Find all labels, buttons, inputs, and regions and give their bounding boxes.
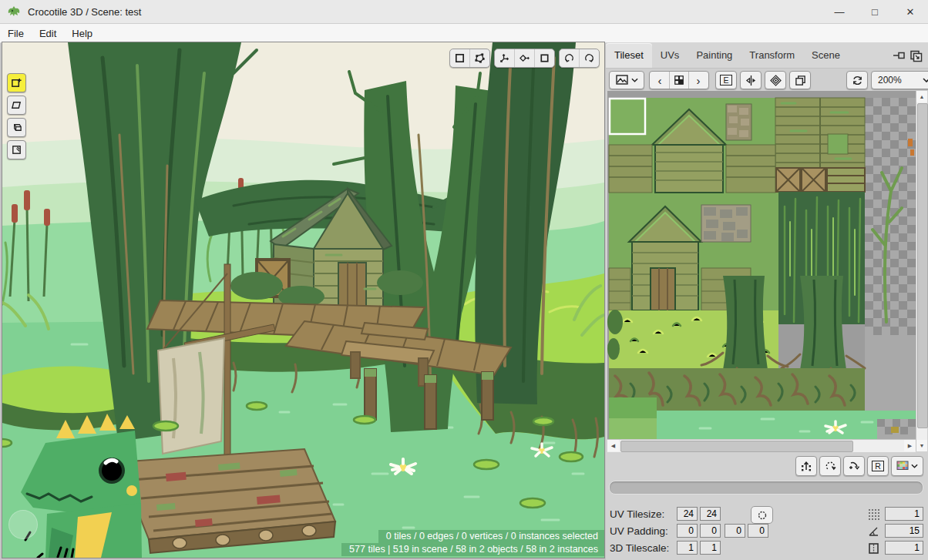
select-vertices-icon (474, 52, 486, 64)
tab-scene[interactable]: Scene (803, 43, 849, 68)
uv-padding-1-input[interactable] (677, 524, 698, 538)
tile-create-tool-button[interactable] (7, 73, 26, 92)
scroll-left-button[interactable]: ◀ (607, 440, 619, 451)
tile-bricks-1 (726, 104, 751, 140)
redo-button[interactable] (580, 49, 599, 67)
horizontal-scroll-thumb[interactable] (620, 441, 853, 452)
scale-button[interactable] (535, 49, 554, 67)
transparency-checker (865, 98, 916, 439)
reset-transform-label: R (872, 461, 885, 471)
pivot-icon (519, 52, 530, 64)
circle-icon (758, 511, 767, 520)
vertical-scroll-thumb[interactable] (917, 103, 928, 428)
edit-tileset-button[interactable]: E (715, 71, 737, 89)
rotate-cw-button[interactable] (843, 456, 865, 476)
reset-transform-button[interactable]: R (867, 456, 889, 476)
scroll-right-button[interactable]: ▶ (904, 440, 916, 451)
uv-tilesize-y-input[interactable] (700, 507, 721, 521)
rotate-ccw-icon (824, 460, 836, 472)
translate-icon (499, 52, 510, 64)
scene-viewport[interactable]: 0 tiles / 0 edges / 0 vertices / 0 insta… (2, 42, 604, 558)
tileset-opacity-bar[interactable] (609, 481, 923, 495)
duplicate-icon (795, 75, 806, 86)
scroll-up-button[interactable]: ▲ (916, 91, 927, 102)
texture-tool-button[interactable] (7, 140, 26, 159)
right-panel: Tileset UVs Painting Transform Scene ‹ ›… (606, 42, 928, 560)
uv-padding-3-input[interactable] (725, 524, 745, 538)
rotate-ccw-button[interactable] (819, 456, 841, 476)
angle-snap-input[interactable] (885, 524, 923, 538)
select-tiles-button[interactable] (450, 49, 470, 67)
selected-tile[interactable] (610, 99, 645, 134)
tileset-select-button[interactable] (609, 71, 644, 89)
grid-snap-input[interactable] (885, 507, 923, 521)
palette-grid-icon (896, 460, 909, 472)
redo-icon (583, 52, 595, 64)
prev-tileset-button[interactable]: ‹ (651, 72, 670, 89)
tileset-horizontal-scrollbar[interactable]: ◀ ▶ (607, 439, 916, 452)
flip-vertical-button[interactable] (795, 456, 817, 476)
scene-canvas[interactable] (2, 42, 604, 558)
pin-panel-icon[interactable] (893, 50, 906, 61)
cube-tool-button[interactable] (7, 118, 26, 137)
zoom-select[interactable]: 200% (871, 71, 928, 89)
layers-button[interactable] (765, 71, 786, 89)
crocotile-logo-icon (6, 4, 22, 19)
chevron-down-icon (911, 464, 918, 468)
cube-icon (11, 122, 22, 133)
edit-tileset-label: E (720, 75, 731, 86)
close-button[interactable]: ✕ (893, 0, 928, 23)
orbit-hint-circle[interactable] (8, 510, 38, 539)
tab-tileset[interactable]: Tileset (606, 43, 652, 68)
uv-padding-4-input[interactable] (748, 524, 768, 538)
flip-tileset-button[interactable] (740, 71, 762, 89)
tileset-canvas[interactable] (607, 91, 916, 439)
minimize-button[interactable]: — (822, 0, 857, 23)
tab-painting[interactable]: Painting (688, 43, 741, 68)
tilesize-link-button[interactable] (751, 506, 773, 524)
next-tileset-button[interactable]: › (689, 72, 708, 89)
uv-padding-2-input[interactable] (700, 524, 721, 538)
layers-diamond-icon (770, 75, 782, 86)
undo-icon (563, 52, 575, 64)
tab-transform[interactable]: Transform (741, 43, 803, 68)
menu-file[interactable]: File (0, 28, 32, 39)
depth-input[interactable] (885, 541, 923, 555)
tile-swatches (609, 397, 657, 439)
tileset-grid-button[interactable] (670, 72, 689, 89)
undo-button[interactable] (560, 49, 580, 67)
tile-palette-button[interactable] (891, 456, 923, 476)
maximize-button[interactable]: □ (857, 0, 893, 23)
uv-tilesize-x-input[interactable] (677, 507, 698, 521)
texture-icon (11, 144, 22, 156)
menu-edit[interactable]: Edit (32, 28, 64, 39)
select-rect-icon (454, 52, 466, 64)
tileset-toolbar: ‹ › E 200% (606, 68, 928, 92)
rotate-cw-icon (848, 460, 860, 472)
tile-create-icon (11, 77, 22, 89)
tileset-vertical-scrollbar[interactable]: ▲ ▼ (916, 91, 927, 451)
popout-panel-icon[interactable] (910, 50, 923, 62)
scroll-down-button[interactable]: ▼ (916, 440, 927, 451)
scale-icon (539, 52, 550, 64)
tilescale-x-input[interactable] (677, 541, 698, 555)
uv-tilesize-row: UV Tilesize: (606, 507, 928, 522)
tab-uvs[interactable]: UVs (652, 43, 688, 68)
plane-tool-button[interactable] (7, 96, 26, 115)
translate-button[interactable] (495, 49, 515, 67)
uv-padding-label: UV Padding: (610, 525, 668, 537)
refresh-tileset-button[interactable] (846, 71, 868, 89)
panel-tabs: Tileset UVs Painting Transform Scene (606, 42, 928, 68)
uv-tilesize-label: UV Tilesize: (610, 508, 664, 520)
select-vertices-button[interactable] (470, 49, 489, 67)
window-title: Crocotile 3D / Scene: test (28, 6, 141, 18)
tilescale-y-input[interactable] (700, 541, 721, 555)
tileset-view[interactable] (607, 91, 916, 439)
angle-snap-icon (868, 525, 880, 538)
duplicate-button[interactable] (789, 71, 811, 89)
tilescale-row: 3D Tilescale: (606, 541, 928, 556)
pivot-button[interactable] (515, 49, 535, 67)
tile-bricks-2 (701, 205, 751, 242)
depth-icon (868, 542, 880, 555)
menu-help[interactable]: Help (64, 28, 100, 39)
